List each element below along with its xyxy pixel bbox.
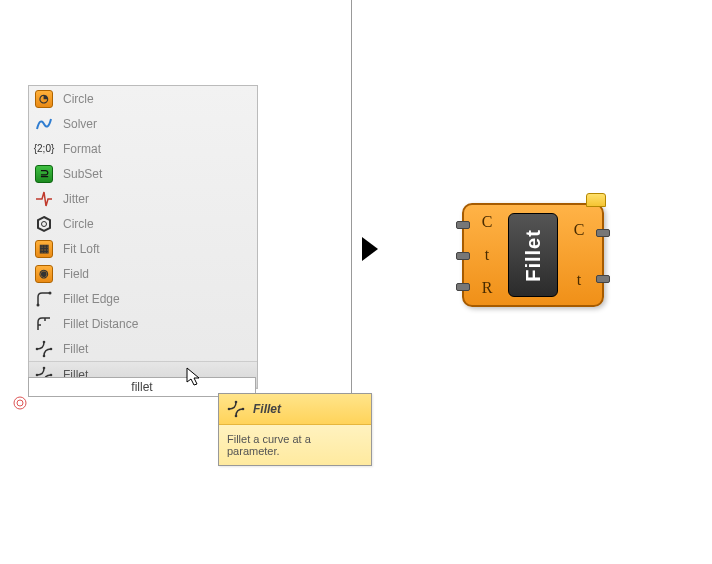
svg-point-7 xyxy=(43,340,46,343)
hexagon-icon xyxy=(35,215,53,233)
menu-item-jitter[interactable]: Jitter xyxy=(29,186,257,211)
menu-item-label: Solver xyxy=(63,117,97,131)
input-grip[interactable] xyxy=(456,252,470,260)
menu-item-format[interactable]: {2;0} Format xyxy=(29,136,257,161)
svg-point-5 xyxy=(49,291,52,294)
svg-point-17 xyxy=(235,415,238,418)
jitter-icon xyxy=(35,190,53,208)
loft-icon: ▦ xyxy=(35,240,53,258)
svg-point-11 xyxy=(43,366,46,369)
input-ports: C t R xyxy=(474,205,500,305)
circle-icon: ◔ xyxy=(35,90,53,108)
input-label: t xyxy=(485,246,489,264)
search-text: fillet xyxy=(131,380,152,394)
input-grip[interactable] xyxy=(456,283,470,291)
field-icon: ◉ xyxy=(35,265,53,283)
menu-item-label: Circle xyxy=(63,217,94,231)
fillet-icon xyxy=(227,400,245,418)
svg-point-12 xyxy=(50,373,53,376)
menu-item-circle[interactable]: ◔ Circle xyxy=(29,86,257,111)
output-grip[interactable] xyxy=(596,275,610,283)
menu-item-label: Fillet xyxy=(63,342,88,356)
menu-item-label: Fit Loft xyxy=(63,242,100,256)
svg-point-10 xyxy=(36,373,39,376)
menu-item-fillet-edge[interactable]: Fillet Edge xyxy=(29,286,257,311)
target-icon xyxy=(12,395,28,411)
svg-point-8 xyxy=(50,347,53,350)
svg-point-9 xyxy=(43,354,46,357)
menu-item-label: Format xyxy=(63,142,101,156)
menu-item-label: Fillet Edge xyxy=(63,292,120,306)
menu-item-solver[interactable]: Solver xyxy=(29,111,257,136)
svg-point-0 xyxy=(14,397,26,409)
node-name: Fillet xyxy=(522,229,545,282)
svg-point-6 xyxy=(36,347,39,350)
search-results-menu[interactable]: ◔ Circle Solver {2;0} Format ⊇ SubSet Ji… xyxy=(28,85,258,389)
menu-item-circle2[interactable]: Circle xyxy=(29,211,257,236)
menu-item-label: SubSet xyxy=(63,167,102,181)
fillet-component[interactable]: C t R Fillet C t xyxy=(462,203,612,307)
menu-item-fitloft[interactable]: ▦ Fit Loft xyxy=(29,236,257,261)
menu-item-label: Fillet Distance xyxy=(63,317,138,331)
svg-point-4 xyxy=(37,303,40,306)
input-label: C xyxy=(482,213,493,231)
output-label: C xyxy=(574,221,585,239)
menu-item-label: Jitter xyxy=(63,192,89,206)
input-grip[interactable] xyxy=(456,221,470,229)
solver-icon xyxy=(35,115,53,133)
menu-item-fillet-distance[interactable]: Fillet Distance xyxy=(29,311,257,336)
svg-point-16 xyxy=(242,408,245,411)
menu-item-field[interactable]: ◉ Field xyxy=(29,261,257,286)
menu-item-fillet[interactable]: Fillet xyxy=(29,336,257,361)
tooltip: Fillet Fillet a curve at a parameter. xyxy=(218,393,372,466)
node-center: Fillet xyxy=(508,213,558,297)
svg-marker-2 xyxy=(38,217,50,231)
svg-point-1 xyxy=(17,400,23,406)
menu-item-label: Field xyxy=(63,267,89,281)
svg-point-15 xyxy=(235,401,238,404)
output-grip[interactable] xyxy=(596,229,610,237)
subset-icon: ⊇ xyxy=(35,165,53,183)
menu-item-subset[interactable]: ⊇ SubSet xyxy=(29,161,257,186)
canvas[interactable]: ◔ Circle Solver {2;0} Format ⊇ SubSet Ji… xyxy=(0,0,712,564)
tooltip-title: Fillet xyxy=(253,402,281,416)
fillet-edge-icon xyxy=(35,290,53,308)
fillet-icon xyxy=(35,340,53,358)
menu-item-label: Circle xyxy=(63,92,94,106)
tooltip-body: Fillet a curve at a parameter. xyxy=(219,425,371,465)
tooltip-header: Fillet xyxy=(219,394,371,425)
svg-point-14 xyxy=(228,408,231,411)
format-icon: {2;0} xyxy=(35,140,53,158)
output-label: t xyxy=(577,271,581,289)
arrow-icon xyxy=(362,237,378,261)
input-label: R xyxy=(482,279,493,297)
fillet-distance-icon xyxy=(35,315,53,333)
divider-line xyxy=(351,0,352,450)
output-ports: C t xyxy=(566,205,592,305)
svg-point-3 xyxy=(42,221,47,226)
